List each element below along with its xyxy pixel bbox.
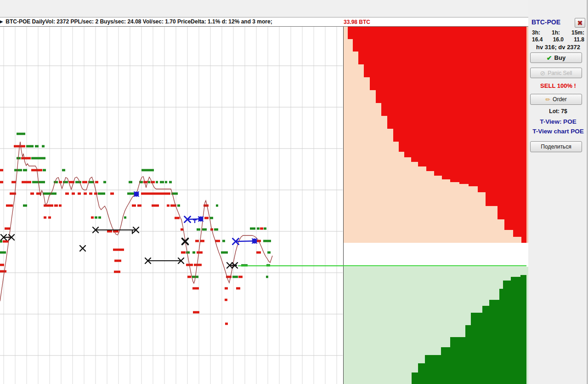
current-price-line [238, 265, 526, 266]
close-icon: ✖ [577, 19, 583, 27]
panic-sell-label: Panic Sell [548, 70, 572, 76]
play-arrow-icon: ► [0, 18, 4, 25]
ticker-status-text: ► BTC-POE DailyVol: 2372 PPL/sec: 2 Buys… [0, 18, 272, 25]
price-chart-canvas [0, 0, 343, 384]
tview-chart-link[interactable]: T-View chart POE [528, 128, 588, 135]
lot-size-label: Lot: 7$ [528, 108, 588, 115]
share-button[interactable]: Поделиться [530, 141, 582, 152]
order-button[interactable]: ✏ Order [530, 94, 582, 105]
chart-right-axis [343, 26, 344, 384]
tf-1h-value: 16.0 [553, 36, 564, 43]
panic-sell-button[interactable]: ⊘ Panic Sell [530, 68, 582, 78]
trade-side-panel: BTC-POE ✖ 3h: 1h: 15m: 16.4 16.0 11.8 hv… [528, 0, 588, 384]
orderbook-depth-chart [344, 26, 528, 384]
sell-warning-text: SELL 100% ! [528, 82, 588, 89]
ticker-info: BTC-POE DailyVol: 2372 PPL/sec: 2 Buys/s… [6, 18, 272, 25]
order-button-label: Order [553, 96, 567, 103]
pencil-icon: ✏ [545, 96, 550, 103]
share-button-label: Поделиться [541, 143, 571, 150]
price-chart[interactable] [0, 0, 343, 384]
tf-1h-label: 1h: [552, 29, 560, 36]
tf-15m-label: 15m: [571, 29, 584, 36]
timeframe-labels: 3h: 1h: 15m: [528, 29, 588, 36]
ask-volume-label: 33.98 BTC [344, 19, 370, 25]
close-button[interactable]: ✖ [575, 18, 585, 28]
chart-status-bar: ► BTC-POE DailyVol: 2372 PPL/sec: 2 Buys… [0, 17, 528, 27]
prohibited-icon: ⊘ [540, 69, 545, 77]
window-top-strip [0, 0, 588, 17]
tf-15m-value: 11.8 [574, 36, 584, 43]
buy-button[interactable]: ✔ Buy [530, 52, 582, 63]
buy-button-label: Buy [554, 54, 566, 61]
tf-3h-label: 3h: [532, 29, 540, 36]
hv-dv-stats: hv 316; dv 2372 [528, 44, 588, 51]
pair-title: BTC-POE [531, 18, 560, 26]
tview-symbol-link[interactable]: T-View: POE [528, 118, 588, 125]
tf-3h-value: 16.4 [532, 36, 543, 43]
check-icon: ✔ [547, 54, 552, 62]
depth-canvas [344, 26, 528, 384]
timeframe-values: 16.4 16.0 11.8 [528, 36, 588, 43]
